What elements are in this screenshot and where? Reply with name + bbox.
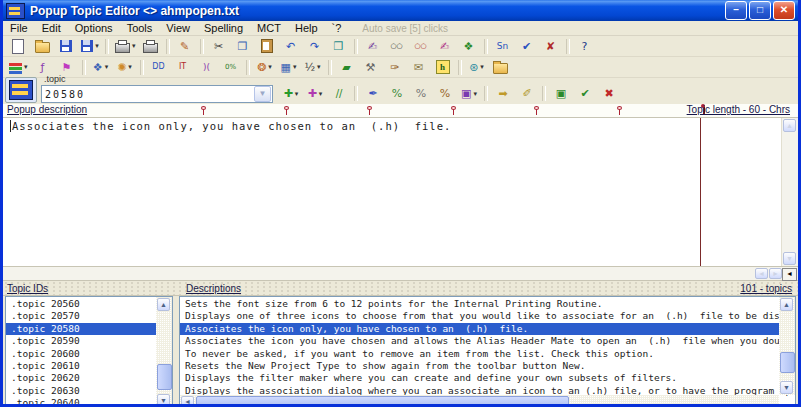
scroll-left-icon[interactable]: ◄ — [181, 396, 194, 407]
topic-list-item[interactable]: .topic 20620 — [6, 372, 172, 384]
menu-item[interactable]: View — [159, 22, 197, 34]
send-to-button[interactable]: ➡ — [492, 84, 514, 103]
new-file-button[interactable] — [7, 37, 29, 56]
paste-button[interactable] — [256, 37, 278, 56]
find-button[interactable]: ○○ — [386, 37, 408, 56]
topic-list-scrollbar[interactable]: ▲ ▼ — [156, 297, 172, 407]
page-edit-button[interactable]: ✎ — [174, 37, 196, 56]
topic-ids-header[interactable]: Topic IDs — [7, 283, 48, 294]
stamp-button[interactable]: ✑ — [384, 58, 406, 77]
save-all-button[interactable] — [79, 37, 101, 56]
description-list-item[interactable]: Resets the New Project Type to show agai… — [180, 360, 795, 372]
scrollbar-thumb[interactable] — [157, 364, 172, 390]
description-list-item[interactable]: Associates the icon only, you have chose… — [180, 323, 795, 335]
menu-item[interactable]: File — [3, 22, 35, 34]
menu-item[interactable]: Tools — [120, 22, 160, 34]
find-next-button[interactable]: ○○ — [410, 37, 432, 56]
menu-item[interactable]: Spelling — [197, 22, 250, 34]
topic-list-item[interactable]: .topic 20580 — [6, 323, 172, 335]
description-list-item[interactable]: Sets the font size from 6 to 12 points f… — [180, 298, 795, 310]
scroll-up-icon[interactable]: ▲ — [783, 119, 796, 132]
menu-item[interactable]: Help — [288, 22, 325, 34]
green-book-button[interactable]: ▰ — [336, 58, 358, 77]
scrollbar-thumb[interactable] — [780, 352, 795, 374]
scroll-up-icon[interactable]: ▲ — [780, 298, 793, 311]
minimize-button[interactable]: – — [725, 1, 747, 20]
menu-item[interactable]: Options — [68, 22, 120, 34]
marker-pen-button[interactable]: ✒ — [362, 84, 384, 103]
folder-button[interactable] — [490, 58, 512, 77]
copy-button[interactable]: ❐ — [232, 37, 254, 56]
topic-list-button[interactable] — [7, 58, 30, 77]
topic-list-item[interactable]: .topic 20610 — [6, 360, 172, 372]
description-list-item[interactable]: Displays the filter maker where you can … — [180, 372, 795, 384]
editor-vertical-scrollbar[interactable]: ▲ ▼ — [781, 118, 798, 266]
description-list-item[interactable]: Associates the icon you have chosen and … — [180, 335, 795, 347]
add-popup-button[interactable]: ✚ — [304, 84, 326, 103]
popup-description-editor[interactable]: Associates the icon only, you have chose… — [3, 118, 798, 267]
topic-ids-list[interactable]: .topic 20560.topic 20570.topic 20580.top… — [5, 296, 173, 407]
open-file-button[interactable] — [31, 37, 53, 56]
edit-pencil-button[interactable]: ✐ — [516, 84, 538, 103]
popup-editor-button[interactable] — [5, 77, 37, 103]
description-list-item[interactable]: To never be asked, if you want to remove… — [180, 348, 795, 360]
mail-send-button[interactable]: ✉ — [408, 58, 430, 77]
delete-topic-button[interactable]: ✖ — [598, 84, 620, 103]
window-add-button[interactable]: ▣ — [550, 84, 572, 103]
spell-auto-button[interactable]: ✘ — [540, 37, 562, 56]
descriptions-scrollbar[interactable]: ▲ ▼ — [779, 297, 795, 395]
globe-refresh-button[interactable]: ⊛ — [466, 58, 488, 77]
scroll-down-icon[interactable]: ▼ — [157, 394, 170, 407]
table-button[interactable]: ▦ — [278, 58, 300, 77]
context-help-button[interactable]: ? — [574, 37, 596, 56]
menu-item[interactable]: `? — [325, 22, 349, 34]
topic-list-item[interactable]: .topic 20640 — [6, 397, 172, 407]
copy-append-button[interactable]: ❒ — [328, 37, 350, 56]
cut-button[interactable]: ✂ — [208, 37, 230, 56]
descriptions-horizontal-scrollbar[interactable]: ◄ — [180, 395, 779, 407]
window-style-button[interactable]: ▣ — [458, 84, 480, 103]
subscript-sn-button[interactable]: Sn — [492, 37, 514, 56]
close-button[interactable]: ✕ — [773, 1, 795, 20]
scroll-down-icon[interactable]: ▼ — [780, 381, 793, 394]
description-list-item[interactable]: Displays one of three icons to choose fr… — [180, 310, 795, 322]
apply-edit-button[interactable]: ✔ — [574, 84, 596, 103]
maximize-button[interactable]: □ — [749, 1, 771, 20]
scrollbar-thumb[interactable] — [196, 396, 569, 407]
scroll-right-icon[interactable]: ► — [769, 268, 782, 279]
scroll-down-icon[interactable]: ▼ — [783, 252, 796, 265]
sort-half-button[interactable]: ½ — [302, 58, 324, 77]
percent-del-button[interactable]: % — [434, 84, 456, 103]
chevron-down-icon[interactable]: ▼ — [254, 86, 271, 102]
collapse-panel-button[interactable]: ◄ — [782, 268, 797, 281]
save-button[interactable] — [55, 37, 77, 56]
menu-item[interactable]: MCT — [250, 22, 288, 34]
percent-add-button[interactable]: % — [386, 84, 408, 103]
menu-item[interactable]: Edit — [35, 22, 68, 34]
highlight-button[interactable]: ✍ — [434, 37, 456, 56]
add-topic-button[interactable]: ✚ — [280, 84, 302, 103]
header-block-button[interactable]: h — [432, 58, 454, 77]
topic-list-item[interactable]: .topic 20630 — [6, 385, 172, 397]
topic-list-item[interactable]: .topic 20560 — [6, 298, 172, 310]
descriptions-header[interactable]: Descriptions — [186, 283, 241, 294]
verify-button[interactable]: ❖ — [458, 37, 480, 56]
sign-edit-button[interactable]: ✍ — [362, 37, 384, 56]
print-button[interactable] — [113, 37, 138, 56]
topic-list-item[interactable]: .topic 20590 — [6, 335, 172, 347]
topic-list-item[interactable]: .topic 20570 — [6, 310, 172, 322]
scroll-up-icon[interactable]: ▲ — [157, 298, 170, 311]
topic-combo[interactable]: 20580 ▼ — [41, 85, 273, 103]
editor-text[interactable]: Associates the icon only, you have chose… — [12, 120, 778, 132]
topic-list-item[interactable]: .topic 20600 — [6, 348, 172, 360]
editor-horizontal-scrollbar[interactable]: ◄ ► ◄ — [3, 267, 798, 281]
undo-button[interactable]: ↶ — [280, 37, 302, 56]
percent-mid-button[interactable]: % — [410, 84, 432, 103]
descriptions-list[interactable]: Sets the font size from 6 to 12 points f… — [179, 296, 796, 407]
print-setup-button[interactable] — [140, 37, 162, 56]
redo-button[interactable]: ↷ — [304, 37, 326, 56]
tools-button[interactable]: ⚒ — [360, 58, 382, 77]
comment-slashes-button[interactable]: // — [328, 84, 350, 103]
scroll-left-icon[interactable]: ◄ — [755, 268, 768, 279]
spell-check-button[interactable]: ✔ — [516, 37, 538, 56]
